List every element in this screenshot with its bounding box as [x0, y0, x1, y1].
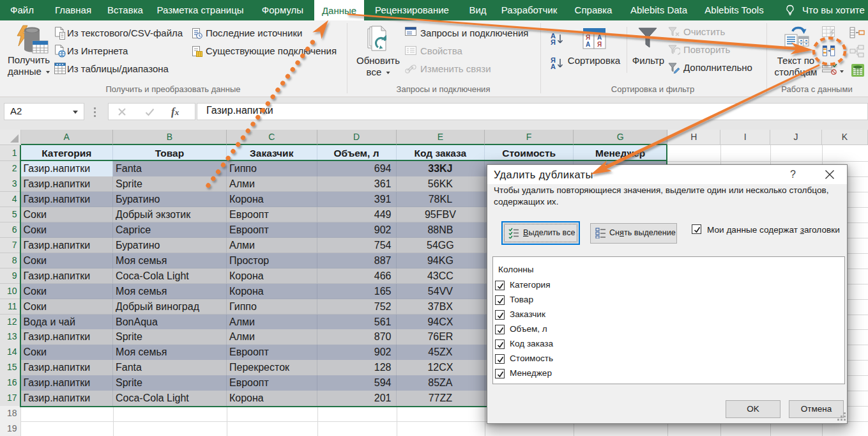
svg-text:Я: Я [597, 41, 602, 48]
svg-text:Я: Я [586, 34, 590, 41]
svg-text:А: А [586, 41, 590, 48]
svg-text:А: А [597, 34, 602, 41]
svg-text:Я: Я [551, 38, 556, 45]
svg-text:А: А [551, 63, 556, 70]
